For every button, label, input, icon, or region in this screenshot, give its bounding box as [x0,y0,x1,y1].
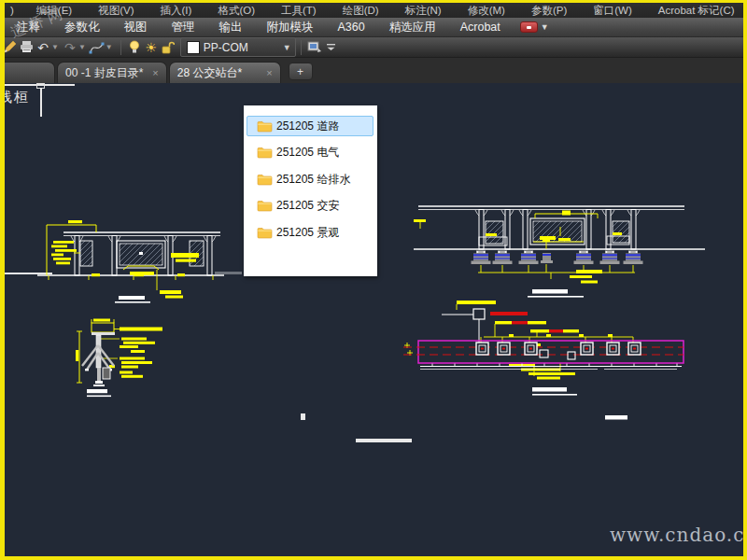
cad-title-bar [356,439,412,442]
toolbar-separator [120,40,121,55]
cad-text-mark [301,413,305,420]
layer-selector[interactable]: PP-COM ▼ [180,37,296,57]
folder-item-drainage[interactable]: 251205 给排水 [247,169,374,189]
folder-label: 251205 交安 [276,198,339,214]
cad-platform-plan [397,289,698,425]
document-tab-cover[interactable]: 00 -1 封皮目录* × [57,62,167,83]
menu-item-clipped[interactable]: ) [5,5,23,16]
ribbon-tab-bar: 注释 参数化 视图 管理 输出 附加模块 A360 精选应用 Acrobat ▼ [5,18,743,37]
folder-label: 251205 道路 [276,119,339,134]
layer-color-swatch[interactable] [187,41,200,54]
lightbulb-icon[interactable] [126,39,143,56]
folder-icon [257,120,273,133]
ribbon-red-dropdown-button[interactable]: ▼ [520,21,549,33]
menu-item-parametric[interactable]: 参数(P) [518,4,580,18]
layer-selector-value: PP-COM [204,41,283,54]
cad-clipped-text: 线桓 [5,89,30,106]
folder-icon [257,174,273,186]
menu-item-insert[interactable]: 插入(I) [148,4,205,18]
document-tab-bar: 00 -1 封皮目录* × 28 公交站台* × + [5,58,743,83]
ribbon-tab-featured-apps[interactable]: 精选应用 [377,20,448,35]
redo-icon[interactable]: ↷ [62,39,78,56]
ribbon-tab-a360[interactable]: A360 [326,21,377,34]
drawing-canvas[interactable]: 线桓 [5,83,743,556]
menu-item-view[interactable]: 视图(V) [85,4,147,18]
menu-item-dimension[interactable]: 标注(N) [392,4,455,18]
quick-access-toolbar: ↶ ▼ ↷ ▼ ▼ ☀ PP-COM ▼ [5,37,743,58]
folder-icon [257,200,273,212]
folder-icon [257,227,273,239]
redo-dropdown-icon[interactable]: ▼ [78,43,86,51]
folder-list-popup: 251205 道路 251205 电气 251205 给排水 251205 交安 [244,105,377,276]
document-tab-label: 00 -1 封皮目录* [65,65,143,81]
spline-tool-icon[interactable] [89,39,106,56]
folder-item-landscape[interactable]: 251205 景观 [247,222,374,243]
toolbar-overflow-chevron-icon[interactable] [323,39,340,56]
document-tab-clipped[interactable] [5,62,55,83]
ribbon-tab-addins[interactable]: 附加模块 [255,20,326,35]
folder-item-traffic-safety[interactable]: 251205 交安 [247,196,374,217]
spline-dropdown-icon[interactable]: ▼ [106,43,113,51]
menu-item-format[interactable]: 格式(O) [204,4,268,18]
cad-left-shelter-elevation [37,210,233,313]
layer-dropdown-icon[interactable]: ▼ [283,43,293,52]
cad-line [40,88,42,117]
folder-item-road[interactable]: 251205 道路 [247,116,374,136]
folder-item-electrical[interactable]: 251205 电气 [247,143,374,163]
print-icon[interactable] [18,39,35,56]
menu-item-tools[interactable]: 工具(T) [268,4,330,18]
ribbon-tab-acrobat[interactable]: Acrobat [448,21,513,34]
menu-item-modify[interactable]: 修改(M) [455,4,518,18]
ribbon-tab-view[interactable]: 视图 [112,20,160,35]
close-icon[interactable]: × [266,67,272,78]
document-tab-label: 28 公交站台* [177,65,242,81]
folder-label: 251205 给排水 [276,172,350,188]
cad-pole-detail [56,308,243,411]
folder-label: 251205 景观 [276,225,339,241]
sun-icon[interactable]: ☀ [143,39,160,56]
document-tab-bus-station[interactable]: 28 公交站台* × [169,62,281,83]
ribbon-tab-output[interactable]: 输出 [207,20,255,35]
new-tab-button[interactable]: + [289,63,313,80]
menu-item-draw[interactable]: 绘图(D) [330,4,392,18]
cad-right-shelter-elevation [411,182,710,289]
unlock-icon[interactable] [160,39,176,56]
undo-dropdown-icon[interactable]: ▼ [51,43,59,51]
folder-icon [257,147,273,159]
close-icon[interactable]: × [152,67,158,78]
undo-icon[interactable]: ↶ [35,39,51,56]
screenshot-yellow-border: ) 编辑(E) 视图(V) 插入(I) 格式(O) 工具(T) 绘图(D) 标注… [0,0,747,560]
toolbar-separator [301,40,302,55]
chevron-down-icon: ▼ [541,22,549,32]
ribbon-tab-manage[interactable]: 管理 [160,20,207,35]
menu-item-window[interactable]: 窗口(W) [580,4,645,18]
watermark-site-url: www.cndao.com [610,524,743,546]
autocad-window: ) 编辑(E) 视图(V) 插入(I) 格式(O) 工具(T) 绘图(D) 标注… [5,3,743,556]
menu-bar: ) 编辑(E) 视图(V) 插入(I) 格式(O) 工具(T) 绘图(D) 标注… [5,3,743,18]
match-properties-icon[interactable] [306,39,323,56]
menu-item-acrobat-markup[interactable]: Acrobat 标记(C) [645,4,743,18]
folder-label: 251205 电气 [276,145,339,161]
red-pill-icon [520,21,538,33]
